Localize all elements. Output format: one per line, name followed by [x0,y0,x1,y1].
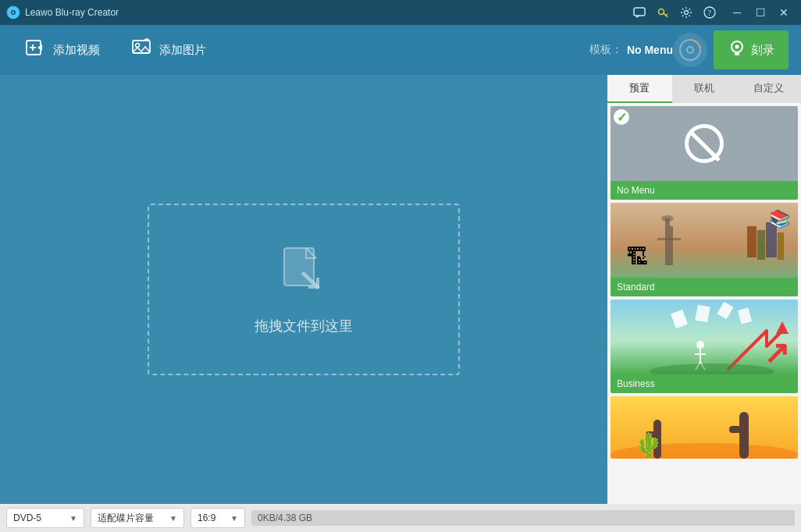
standard-thumbnail [611,203,798,278]
svg-point-13 [136,44,140,48]
svg-rect-25 [665,218,670,265]
statusbar: DVD-5 ▼ 适配碟片容量 ▼ 16:9 ▼ 0KB/4.38 GB [0,504,801,532]
progress-bar: 0KB/4.38 GB [251,510,795,526]
disc-type-value: DVD-5 [13,512,41,523]
svg-marker-9 [37,44,42,51]
template-item-standard[interactable]: Standard [611,203,798,296]
no-menu-label: No Menu [611,181,798,200]
svg-point-2 [12,12,15,14]
svg-point-5 [685,11,689,15]
business-label: Business [611,374,798,393]
selected-checkmark: ✓ [614,109,629,125]
add-video-label: 添加视频 [53,43,100,58]
ratio-dropdown[interactable]: 16:9 ▼ [190,508,245,528]
tab-preset[interactable]: 预置 [607,75,672,103]
title-icons: ? [629,4,720,21]
no-menu-thumbnail [611,106,798,181]
svg-rect-27 [657,238,681,240]
right-panel: 预置 联机 自定义 ✓ No Menu [607,75,801,504]
ratio-arrow: ▼ [230,514,238,523]
burn-button[interactable]: 刻录 [714,30,789,69]
burn-icon [728,38,746,62]
template-item-business[interactable]: Business [611,300,798,393]
panel-tabs: 预置 联机 自定义 [607,75,801,103]
svg-rect-35 [695,305,710,322]
svg-rect-31 [766,222,777,257]
disc-type-arrow: ▼ [69,514,77,523]
template-prefix: 模板： [589,43,622,57]
titlebar: Leawo Blu-ray Creator ? [0,0,801,25]
app-icon [6,5,20,20]
svg-point-38 [696,341,704,349]
svg-text:?: ? [708,9,712,17]
yellow-thumbnail [611,396,798,459]
svg-rect-30 [757,230,765,260]
svg-point-20 [735,45,739,49]
drop-file-icon [280,244,327,304]
svg-rect-48 [646,431,661,438]
key-icon-btn[interactable] [653,4,673,21]
drop-area[interactable]: 拖拽文件到这里 [0,75,607,504]
fit-mode-value: 适配碟片容量 [98,512,154,525]
ban-icon [685,124,724,163]
main-area: 拖拽文件到这里 预置 联机 自定义 ✓ No Menu [0,75,801,504]
window-controls: ─ ☐ ✕ [726,4,795,21]
svg-rect-3 [634,8,645,16]
fit-mode-dropdown[interactable]: 适配碟片容量 ▼ [91,508,184,528]
tab-custom[interactable]: 自定义 [736,75,801,103]
fit-mode-arrow: ▼ [169,514,177,523]
template-item-yellow[interactable] [611,396,798,459]
burn-area: 刻录 [673,30,789,69]
add-image-button[interactable]: 添加图片 [119,32,219,68]
svg-rect-21 [735,52,739,55]
tab-connect[interactable]: 联机 [672,75,737,103]
add-video-button[interactable]: 添加视频 [12,30,112,69]
template-list: ✓ No Menu [607,103,801,504]
add-image-icon [131,38,153,62]
drop-zone[interactable]: 拖拽文件到这里 [148,204,460,375]
ratio-value: 16:9 [198,512,215,523]
svg-point-4 [659,9,664,15]
svg-rect-50 [729,426,749,433]
business-thumbnail [611,300,798,374]
add-image-label: 添加图片 [159,43,206,58]
svg-rect-32 [778,232,784,260]
burn-label: 刻录 [751,43,774,58]
app-title-text: Leawo Blu-ray Creator [25,7,629,18]
disc-icon [673,33,707,67]
standard-label: Standard [611,278,798,296]
template-item-no-menu[interactable]: ✓ No Menu [611,106,798,200]
gear-icon-btn[interactable] [676,4,696,21]
message-icon-btn[interactable] [629,4,650,21]
toolbar: 添加视频 添加图片 模板： No Menu [0,25,801,75]
svg-point-28 [661,215,674,222]
template-current-value: No Menu [627,44,673,56]
close-btn[interactable]: ✕ [773,4,795,21]
maximize-btn[interactable]: ☐ [749,4,771,21]
svg-rect-26 [670,226,673,265]
disc-type-dropdown[interactable]: DVD-5 ▼ [6,508,84,528]
svg-rect-49 [739,412,749,459]
add-video-icon [25,37,47,63]
progress-text: 0KB/4.38 GB [258,512,312,523]
svg-rect-47 [653,420,661,459]
help-icon-btn[interactable]: ? [700,4,720,21]
svg-rect-29 [747,226,756,257]
minimize-btn[interactable]: ─ [726,4,748,21]
drop-text: 拖拽文件到这里 [255,317,353,335]
svg-point-17 [687,47,693,53]
